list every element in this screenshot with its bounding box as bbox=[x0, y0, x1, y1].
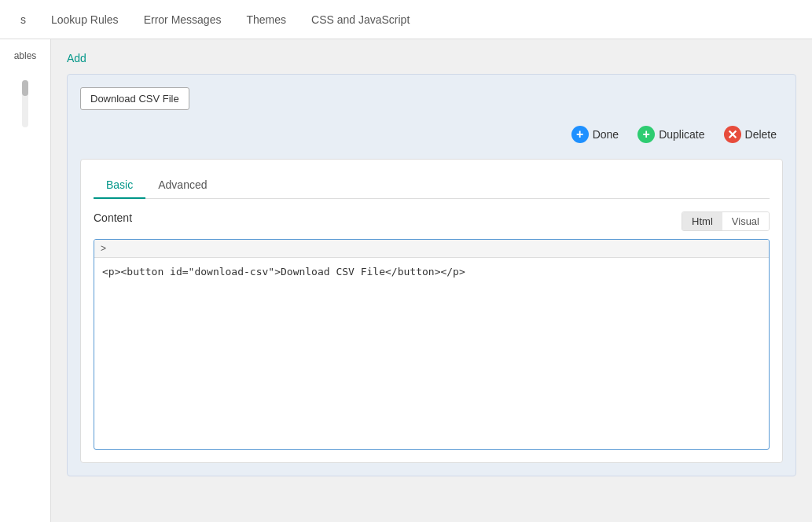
tab-advanced[interactable]: Advanced bbox=[145, 172, 219, 199]
content-section-header: Content Html Visual bbox=[94, 211, 770, 231]
delete-label: Delete bbox=[745, 128, 777, 141]
duplicate-button[interactable]: + Duplicate bbox=[631, 123, 711, 146]
editor-wrapper: > bbox=[94, 239, 770, 450]
sidebar-scrollbar[interactable] bbox=[22, 80, 28, 127]
download-csv-button[interactable]: Download CSV File bbox=[80, 87, 189, 110]
code-editor[interactable] bbox=[94, 258, 769, 447]
done-label: Done bbox=[593, 128, 619, 141]
main-layout: ables Add Download CSV File + Done + Dup… bbox=[0, 39, 812, 522]
action-buttons-row: + Done + Duplicate ✕ Delete bbox=[80, 123, 783, 146]
sidebar-scrollbar-thumb bbox=[22, 80, 28, 96]
nav-item-lookup-rules[interactable]: Lookup Rules bbox=[39, 0, 131, 39]
duplicate-icon: + bbox=[637, 126, 655, 143]
left-sidebar: ables bbox=[0, 39, 51, 522]
content-label: Content bbox=[94, 211, 132, 224]
nav-item-s[interactable]: s bbox=[8, 0, 39, 39]
add-link[interactable]: Add bbox=[67, 52, 86, 64]
outer-card: Download CSV File + Done + Duplicate ✕ D… bbox=[67, 74, 796, 476]
done-button[interactable]: + Done bbox=[565, 123, 625, 146]
done-icon: + bbox=[571, 126, 589, 143]
nav-item-css-js[interactable]: CSS and JavaScript bbox=[299, 0, 422, 39]
nav-item-error-messages[interactable]: Error Messages bbox=[131, 0, 234, 39]
view-toggle: Html Visual bbox=[682, 211, 770, 231]
expand-icon[interactable]: > bbox=[101, 243, 106, 254]
tab-basic[interactable]: Basic bbox=[94, 172, 145, 199]
duplicate-label: Duplicate bbox=[659, 128, 704, 141]
top-nav: s Lookup Rules Error Messages Themes CSS… bbox=[0, 0, 812, 39]
nav-item-themes[interactable]: Themes bbox=[233, 0, 299, 39]
content-area: Add Download CSV File + Done + Duplicate… bbox=[51, 39, 812, 522]
delete-icon: ✕ bbox=[724, 126, 741, 143]
editor-toolbar: > bbox=[94, 240, 769, 258]
inner-panel: Basic Advanced Content Html Visual > bbox=[80, 159, 783, 463]
delete-button[interactable]: ✕ Delete bbox=[718, 123, 783, 146]
tabs: Basic Advanced bbox=[94, 172, 770, 199]
visual-view-button[interactable]: Visual bbox=[722, 212, 769, 230]
sidebar-label: ables bbox=[11, 47, 40, 64]
html-view-button[interactable]: Html bbox=[682, 212, 722, 230]
